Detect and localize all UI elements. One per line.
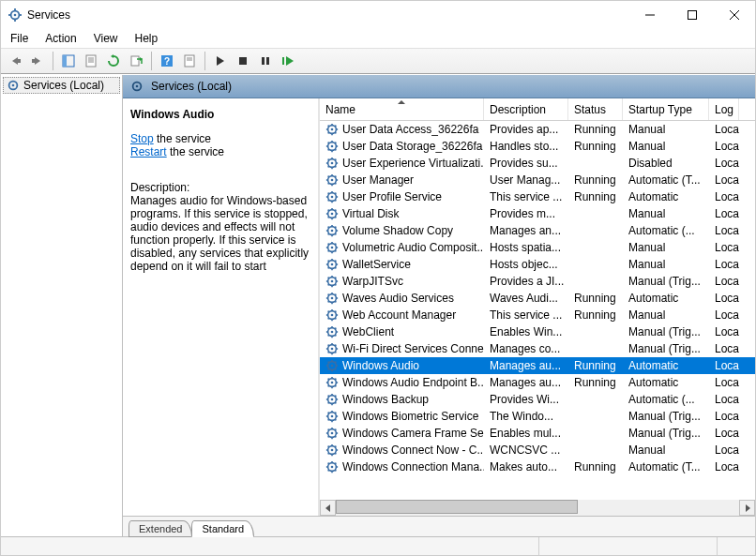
svg-line-109 <box>335 250 336 251</box>
help-button[interactable]: ? <box>157 51 177 71</box>
svg-line-51 <box>335 143 336 143</box>
action-sheet-button[interactable] <box>179 51 200 71</box>
column-startup-type[interactable]: Startup Type <box>623 98 709 120</box>
table-row[interactable]: Web Account ManagerThis service ...Runni… <box>320 307 755 323</box>
close-button[interactable] <box>713 1 755 29</box>
table-row[interactable]: Waves Audio ServicesWaves Audi...Running… <box>320 290 755 307</box>
gear-icon <box>325 325 339 338</box>
cell-description: Hosts spatia... <box>484 241 568 254</box>
table-row[interactable]: Wi-Fi Direct Services Conne...Manages co… <box>320 340 755 357</box>
menu-action[interactable]: Action <box>45 32 76 45</box>
table-row[interactable]: User Profile ServiceThis service ...Runn… <box>320 188 755 205</box>
svg-rect-21 <box>185 55 194 67</box>
horizontal-scrollbar[interactable] <box>320 500 755 516</box>
scroll-thumb[interactable] <box>336 500 578 514</box>
svg-line-211 <box>335 413 336 413</box>
cell-startup: Automatic <box>623 376 709 389</box>
svg-line-81 <box>335 193 336 194</box>
table-row[interactable]: Volume Shadow CopyManages an...Automatic… <box>320 222 755 239</box>
gear-icon <box>325 460 339 473</box>
table-row[interactable]: Windows Connection Mana...Makes auto...R… <box>320 458 755 475</box>
back-button[interactable] <box>5 51 25 71</box>
cell-startup: Manual <box>623 123 709 136</box>
cell-logon: Loca <box>709 190 739 203</box>
service-list[interactable]: User Data Access_36226faProvides ap...Ru… <box>320 121 755 500</box>
svg-line-61 <box>335 159 336 160</box>
table-row[interactable]: Windows Connect Now - C...WCNCSVC ...Man… <box>320 442 755 458</box>
cell-startup: Manual <box>623 308 709 322</box>
cell-status: Running <box>568 292 623 305</box>
minimize-button[interactable] <box>628 1 671 29</box>
stop-service-link[interactable]: Stop <box>130 132 154 145</box>
column-log-on-as[interactable]: Log <box>709 98 739 120</box>
maximize-button[interactable] <box>671 1 713 29</box>
table-row[interactable]: Windows Biometric ServiceThe Windo...Man… <box>320 408 755 425</box>
column-name[interactable]: Name <box>320 98 484 120</box>
cell-logon: Loca <box>709 157 739 170</box>
cell-logon: Loca <box>709 393 739 406</box>
svg-line-188 <box>328 379 329 380</box>
restart-service-link[interactable]: Restart <box>130 145 167 158</box>
table-row[interactable]: Windows Camera Frame Se...Enables mul...… <box>320 425 755 442</box>
console-tree[interactable]: Services (Local) <box>1 75 123 536</box>
window-title: Services <box>27 8 70 22</box>
cell-name: User Data Access_36226fa <box>320 123 484 136</box>
svg-line-120 <box>328 267 329 268</box>
cell-startup: Automatic (... <box>623 393 709 406</box>
table-row[interactable]: User ManagerUser Manag...RunningAutomati… <box>320 172 755 188</box>
export-list-button[interactable] <box>126 51 146 71</box>
gear-icon <box>325 157 339 170</box>
svg-line-88 <box>328 210 329 211</box>
svg-line-111 <box>335 244 336 245</box>
tab-extended[interactable]: Extended <box>129 520 192 537</box>
table-row[interactable]: WarpJITSvcProvides a JI...Manual (Trig..… <box>320 273 755 290</box>
tab-standard[interactable]: Standard <box>191 520 254 537</box>
scroll-left-arrow-icon[interactable] <box>320 500 336 516</box>
services-app-icon <box>8 8 22 22</box>
scroll-track[interactable] <box>336 500 739 516</box>
table-row[interactable]: Volumetric Audio Composit...Hosts spatia… <box>320 239 755 256</box>
cell-logon: Loca <box>709 359 739 372</box>
gear-icon <box>325 123 339 136</box>
svg-point-73 <box>331 196 334 199</box>
table-row[interactable]: Windows AudioManages au...RunningAutomat… <box>320 357 755 374</box>
svg-point-193 <box>331 398 334 401</box>
menu-help[interactable]: Help <box>135 32 159 45</box>
table-row[interactable]: User Experience Virtualizati...Provides … <box>320 155 755 172</box>
svg-line-130 <box>328 284 329 285</box>
table-row[interactable]: WalletServiceHosts objec...ManualLoca <box>320 256 755 273</box>
svg-line-231 <box>335 446 336 447</box>
table-row[interactable]: User Data Access_36226faProvides ap...Ru… <box>320 121 755 138</box>
table-row[interactable]: Virtual DiskProvides m...ManualLoca <box>320 205 755 222</box>
start-service-button[interactable] <box>210 51 231 71</box>
table-row[interactable]: User Data Storage_36226faHandles sto...R… <box>320 138 755 155</box>
titlebar[interactable]: Services <box>1 1 755 29</box>
pause-service-button[interactable] <box>255 51 276 71</box>
tree-item-services-local[interactable]: Services (Local) <box>3 77 120 94</box>
column-status[interactable]: Status <box>568 98 623 120</box>
menu-view[interactable]: View <box>94 32 118 45</box>
scroll-right-arrow-icon[interactable] <box>739 500 755 516</box>
gear-icon <box>325 258 339 271</box>
cell-logon: Loca <box>709 410 739 423</box>
svg-rect-27 <box>282 57 284 65</box>
forward-button[interactable] <box>27 51 48 71</box>
svg-rect-13 <box>63 55 67 67</box>
svg-line-131 <box>335 278 336 278</box>
svg-rect-24 <box>239 57 247 65</box>
stop-service-button[interactable] <box>233 51 253 71</box>
properties-button[interactable] <box>81 51 101 71</box>
column-description[interactable]: Description <box>484 98 568 120</box>
show-hide-tree-button[interactable] <box>58 51 79 71</box>
table-row[interactable]: WebClientEnables Win...Manual (Trig...Lo… <box>320 323 755 340</box>
restart-service-button[interactable] <box>278 51 298 71</box>
cell-startup: Automatic <box>623 292 709 305</box>
svg-line-91 <box>335 210 336 211</box>
table-row[interactable]: Windows Audio Endpoint B...Manages au...… <box>320 374 755 391</box>
gear-icon <box>325 393 339 406</box>
cell-description: Handles sto... <box>484 140 568 153</box>
menu-file[interactable]: File <box>10 32 28 45</box>
refresh-button[interactable] <box>103 51 124 71</box>
table-row[interactable]: Windows BackupProvides Wi...Automatic (.… <box>320 391 755 408</box>
svg-line-209 <box>335 419 336 420</box>
